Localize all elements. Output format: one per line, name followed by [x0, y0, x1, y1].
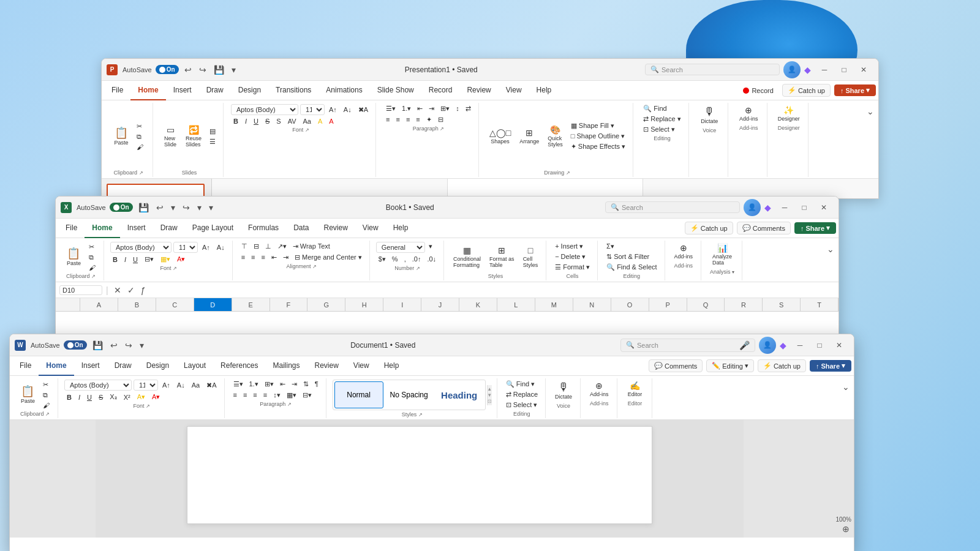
word-format-painter-btn[interactable]: 🖌	[40, 401, 52, 410]
word-addins-btn[interactable]: ⊕ Add-ins	[587, 380, 612, 399]
word-find-btn[interactable]: 🔍 Find ▾	[503, 380, 540, 389]
word-shading[interactable]: ▦▾	[284, 391, 299, 400]
xl-col-d[interactable]: D	[194, 298, 232, 311]
word-tab-mailings[interactable]: Mailings	[265, 356, 307, 376]
xl-format-btn[interactable]: ☰ Format ▾	[552, 263, 592, 272]
xl-tab-data[interactable]: Data	[286, 219, 316, 238]
ppt-search-box[interactable]: 🔍 Search	[645, 64, 780, 75]
ppt-font-color[interactable]: A	[326, 117, 336, 126]
word-share-button[interactable]: ↑ Share ▾	[810, 360, 851, 372]
xl-formula-cancel[interactable]: ✕	[112, 284, 123, 296]
xl-tab-formulas[interactable]: Formulas	[241, 219, 286, 238]
ppt-copilot-icon[interactable]: ◆	[804, 65, 811, 75]
ppt-clear-format[interactable]: ✖A	[356, 105, 371, 114]
ppt-highlight[interactable]: A	[315, 117, 325, 126]
word-show-para[interactable]: ¶	[312, 380, 321, 389]
xl-col-c[interactable]: C	[156, 298, 194, 311]
word-dictate-btn[interactable]: 🎙 Dictate	[552, 380, 575, 402]
ppt-ribbon-expand-btn[interactable]: ⌄	[865, 105, 876, 118]
ppt-shapes-btn[interactable]: △◯□ Shapes	[486, 127, 514, 146]
word-catchup-button[interactable]: ⚡ Catch up	[758, 359, 806, 372]
ppt-tab-home[interactable]: Home	[130, 81, 165, 100]
ppt-format-painter-btn[interactable]: 🖌	[134, 143, 146, 151]
xl-col-f[interactable]: F	[270, 298, 308, 311]
word-line-spacing[interactable]: ↕▾	[271, 391, 283, 400]
xl-redo[interactable]: ↪	[181, 201, 192, 214]
xl-col-a[interactable]: A	[80, 298, 118, 311]
ppt-tab-help[interactable]: Help	[529, 81, 559, 100]
xl-col-k[interactable]: K	[459, 298, 497, 311]
xl-comments-button[interactable]: 💬 Comments	[737, 222, 791, 234]
ppt-cut-btn[interactable]: ✂	[134, 122, 146, 131]
word-bold[interactable]: B	[64, 393, 74, 402]
word-search-box[interactable]: 🔍 Search 🎤	[620, 339, 755, 352]
ppt-indent-less[interactable]: ⇤	[415, 104, 425, 113]
ppt-smartart[interactable]: ✦	[424, 115, 434, 124]
xl-sort-filter-btn[interactable]: ⇅ Sort & Filter	[604, 252, 659, 261]
word-user-avatar[interactable]: 👤	[759, 337, 776, 354]
word-align-center[interactable]: ≡	[241, 391, 249, 400]
ppt-tab-insert[interactable]: Insert	[166, 81, 199, 100]
xl-col-t[interactable]: T	[801, 298, 839, 311]
word-tab-design[interactable]: Design	[139, 356, 176, 376]
ppt-select-btn[interactable]: ⊡ Select ▾	[641, 125, 683, 134]
ppt-strikethrough[interactable]: S	[263, 117, 272, 126]
xl-font-family[interactable]: Aptos (Body)	[110, 242, 172, 253]
word-tab-draw[interactable]: Draw	[107, 356, 139, 376]
word-autosave-toggle[interactable]: On	[64, 340, 87, 350]
ppt-justify[interactable]: ≡	[413, 115, 422, 124]
xl-insert-btn[interactable]: + Insert ▾	[552, 242, 592, 251]
xl-col-n[interactable]: N	[573, 298, 611, 311]
ppt-undo[interactable]: ↩	[183, 64, 194, 76]
xl-number-format[interactable]: General	[376, 242, 425, 253]
word-indent-less[interactable]: ⇤	[277, 380, 288, 389]
ppt-copy-btn[interactable]: ⧉	[134, 132, 146, 141]
xl-minimize[interactable]: ─	[775, 199, 794, 216]
xl-share-button[interactable]: ↑ Share ▾	[794, 222, 836, 234]
ppt-designer-btn[interactable]: ✨ Designer	[775, 104, 803, 124]
word-numbering[interactable]: 1.▾	[247, 380, 261, 389]
xl-col-h[interactable]: H	[345, 298, 383, 311]
word-editing-button[interactable]: ✏️ Editing ▾	[706, 359, 754, 372]
xl-col-s[interactable]: S	[763, 298, 801, 311]
ppt-col-layout[interactable]: ⊞▾	[438, 104, 452, 113]
word-style-normal[interactable]: Normal	[334, 381, 383, 408]
ppt-shadow[interactable]: S	[274, 117, 283, 126]
xl-sum-btn[interactable]: Σ▾	[604, 242, 659, 251]
xl-name-box[interactable]: D10	[59, 285, 102, 295]
word-clear-format[interactable]: ✖A	[204, 381, 219, 390]
xl-tab-pagelayout[interactable]: Page Layout	[185, 219, 241, 238]
xl-tab-home[interactable]: Home	[85, 219, 119, 238]
xl-search-box[interactable]: 🔍 Search	[605, 201, 740, 213]
word-tab-help[interactable]: Help	[377, 356, 407, 376]
xl-col-o[interactable]: O	[611, 298, 649, 311]
ppt-section-btn[interactable]: ☰	[207, 137, 218, 146]
xl-comma-btn[interactable]: ,	[402, 255, 409, 264]
word-cut-btn[interactable]: ✂	[40, 380, 52, 389]
xl-tab-view[interactable]: View	[355, 219, 386, 238]
xl-redo-arrow[interactable]: ▾	[195, 201, 203, 214]
xl-addins-btn[interactable]: ⊕ Add-ins	[671, 242, 696, 261]
word-font-color[interactable]: A▾	[149, 392, 162, 402]
ppt-align-right[interactable]: ≡	[404, 115, 412, 124]
xl-tab-draw[interactable]: Draw	[153, 219, 185, 238]
word-undo[interactable]: ↩	[108, 339, 119, 351]
word-tab-view[interactable]: View	[346, 356, 377, 376]
word-indent-more[interactable]: ⇥	[289, 380, 300, 389]
xl-catchup-button[interactable]: ⚡ Catch up	[685, 222, 733, 234]
ppt-paste-btn[interactable]: 📋 Paste	[111, 126, 131, 148]
ppt-catchup-button[interactable]: ⚡ Catch up	[782, 84, 831, 97]
xl-paste-btn[interactable]: 📋 Paste	[64, 246, 84, 268]
ppt-tab-draw[interactable]: Draw	[199, 81, 231, 100]
word-redo[interactable]: ↪	[123, 339, 134, 351]
xl-more-tools[interactable]: ▾	[207, 201, 215, 214]
xl-autosave-toggle[interactable]: On	[110, 203, 133, 212]
xl-format-painter-btn[interactable]: 🖌	[86, 263, 98, 272]
ppt-close[interactable]: ✕	[854, 61, 873, 78]
xl-delete-btn[interactable]: − Delete ▾	[552, 252, 592, 261]
word-mic-icon[interactable]: 🎤	[739, 340, 750, 350]
word-editor-btn[interactable]: ✍ Editor	[625, 380, 646, 399]
xl-align-top[interactable]: ⊤	[239, 242, 250, 251]
word-align-left[interactable]: ≡	[231, 391, 239, 400]
xl-col-q[interactable]: Q	[687, 298, 725, 311]
